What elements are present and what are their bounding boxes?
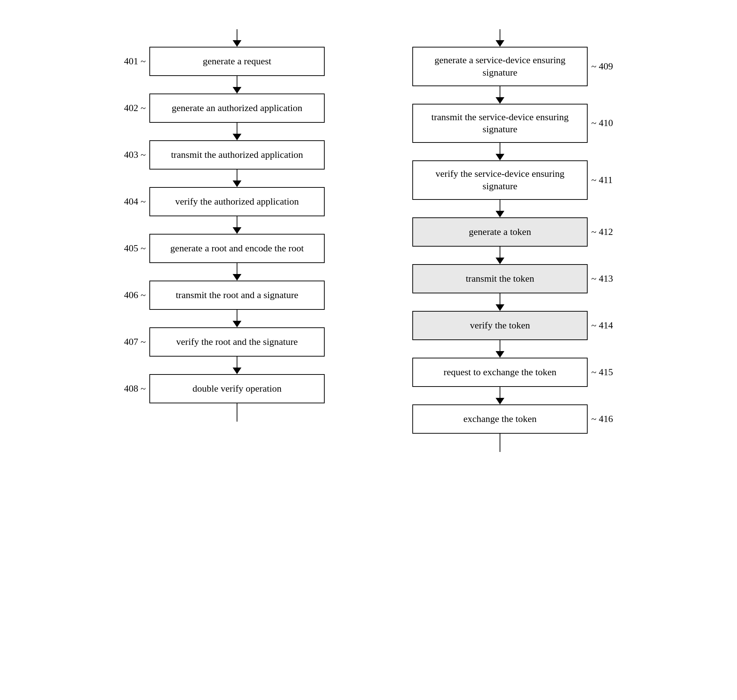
flow-item-411: verify the service-device ensuring signa… xyxy=(383,160,617,200)
label-403: 403 ~ xyxy=(120,149,149,160)
right-column: generate a service-device ensuring signa… xyxy=(383,29,617,452)
flow-item-416: exchange the token ~ 416 xyxy=(383,404,617,434)
flow-item-404: 404 ~ verify the authorized application xyxy=(120,187,354,216)
arrow-406-407 xyxy=(120,310,354,327)
flow-item-405: 405 ~ generate a root and encode the roo… xyxy=(120,234,354,263)
box-415: request to exchange the token xyxy=(413,358,588,387)
box-413: transmit the token xyxy=(413,264,588,293)
box-410: transmit the service-device ensuring sig… xyxy=(413,104,588,143)
squiggle-414: ~ 414 xyxy=(591,320,613,331)
squiggle-402: 402 ~ xyxy=(124,103,146,114)
squiggle-412: ~ 412 xyxy=(591,226,613,237)
squiggle-401: 401 ~ xyxy=(124,56,146,67)
top-entry-left xyxy=(120,29,354,47)
label-405: 405 ~ xyxy=(120,243,149,254)
label-408: 408 ~ xyxy=(120,383,149,394)
squiggle-403: 403 ~ xyxy=(124,149,146,160)
label-412: ~ 412 xyxy=(588,226,617,237)
flow-item-408: 408 ~ double verify operation xyxy=(120,374,354,403)
arrow-402-403 xyxy=(120,123,354,140)
flow-item-413: transmit the token ~ 413 xyxy=(383,264,617,293)
box-406: transmit the root and a signature xyxy=(149,281,324,310)
box-408: double verify operation xyxy=(149,374,324,403)
arrow-401-402 xyxy=(120,76,354,94)
squiggle-416: ~ 416 xyxy=(591,413,613,425)
flow-item-401: 401 ~ generate a request xyxy=(120,47,354,76)
flow-item-406: 406 ~ transmit the root and a signature xyxy=(120,281,354,310)
label-415: ~ 415 xyxy=(588,367,617,378)
arrow-403-404 xyxy=(120,169,354,187)
arrow-413-414 xyxy=(383,293,617,311)
bottom-line-left xyxy=(120,403,354,422)
squiggle-413: ~ 413 xyxy=(591,273,613,284)
label-414: ~ 414 xyxy=(588,320,617,331)
label-409: ~ 409 xyxy=(588,61,617,72)
box-407: verify the root and the signature xyxy=(149,327,324,357)
squiggle-405: 405 ~ xyxy=(124,243,146,254)
box-405: generate a root and encode the root xyxy=(149,234,324,263)
flowchart-diagram: 401 ~ generate a request 402 ~ generate … xyxy=(120,29,617,452)
squiggle-407: 407 ~ xyxy=(124,337,146,347)
arrow-404-405 xyxy=(120,216,354,234)
arrow-410-411 xyxy=(383,143,617,160)
box-404: verify the authorized application xyxy=(149,187,324,216)
label-416: ~ 416 xyxy=(588,413,617,425)
box-414: verify the token xyxy=(413,311,588,340)
box-402: generate an authorized application xyxy=(149,94,324,123)
box-416: exchange the token xyxy=(413,404,588,434)
squiggle-408: 408 ~ xyxy=(124,383,146,394)
flow-item-409: generate a service-device ensuring signa… xyxy=(383,47,617,86)
label-413: ~ 413 xyxy=(588,273,617,284)
label-404: 404 ~ xyxy=(120,196,149,207)
label-407: 407 ~ xyxy=(120,337,149,347)
bottom-line-right xyxy=(383,434,617,452)
arrow-412-413 xyxy=(383,247,617,264)
arrow-405-406 xyxy=(120,263,354,281)
label-402: 402 ~ xyxy=(120,103,149,114)
flow-item-402: 402 ~ generate an authorized application xyxy=(120,94,354,123)
squiggle-410: ~ 410 xyxy=(591,118,613,129)
box-411: verify the service-device ensuring signa… xyxy=(413,160,588,200)
left-column: 401 ~ generate a request 402 ~ generate … xyxy=(120,29,354,422)
box-412: generate a token xyxy=(413,218,588,247)
squiggle-404: 404 ~ xyxy=(124,196,146,207)
label-406: 406 ~ xyxy=(120,290,149,301)
top-entry-right xyxy=(383,29,617,47)
flow-item-410: transmit the service-device ensuring sig… xyxy=(383,104,617,143)
arrow-411-412 xyxy=(383,200,617,218)
arrow-407-408 xyxy=(120,357,354,374)
flow-item-407: 407 ~ verify the root and the signature xyxy=(120,327,354,357)
squiggle-409: ~ 409 xyxy=(591,61,613,72)
arrow-415-416 xyxy=(383,387,617,404)
box-409: generate a service-device ensuring signa… xyxy=(413,47,588,86)
flow-item-414: verify the token ~ 414 xyxy=(383,311,617,340)
arrow-414-415 xyxy=(383,340,617,358)
squiggle-411: ~ 411 xyxy=(591,175,613,185)
flow-item-403: 403 ~ transmit the authorized applicatio… xyxy=(120,140,354,169)
squiggle-406: 406 ~ xyxy=(124,290,146,301)
squiggle-415: ~ 415 xyxy=(591,367,613,378)
flow-item-412: generate a token ~ 412 xyxy=(383,218,617,247)
box-401: generate a request xyxy=(149,47,324,76)
flow-item-415: request to exchange the token ~ 415 xyxy=(383,358,617,387)
arrow-409-410 xyxy=(383,86,617,104)
label-401: 401 ~ xyxy=(120,56,149,67)
label-411: ~ 411 xyxy=(588,175,617,185)
box-403: transmit the authorized application xyxy=(149,140,324,169)
label-410: ~ 410 xyxy=(588,118,617,129)
